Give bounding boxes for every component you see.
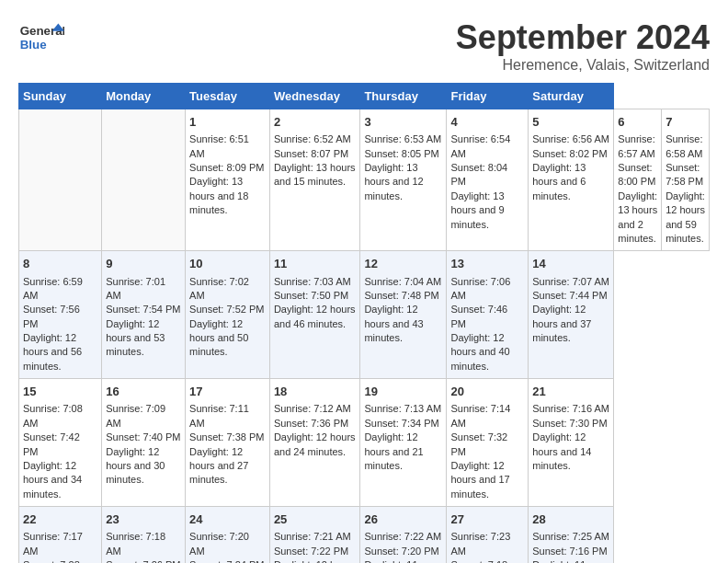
day-number: 17 (189, 384, 266, 400)
calendar-day-cell: 27Sunrise: 7:23 AMSunset: 7:18 PMDayligh… (447, 507, 529, 563)
sunset-text: Sunset: 7:38 PM (189, 431, 264, 442)
day-number: 4 (450, 114, 524, 131)
sunrise-text: Sunrise: 6:54 AM (450, 133, 510, 158)
sunrise-text: Sunrise: 7:03 AM (274, 276, 351, 287)
daylight-text: Daylight: 13 hours and 6 minutes. (532, 162, 586, 201)
calendar-day-cell: 24Sunrise: 7:20 AMSunset: 7:24 PMDayligh… (186, 507, 270, 563)
sunset-text: Sunset: 8:02 PM (532, 148, 607, 159)
day-number: 12 (364, 256, 442, 272)
month-title: September 2024 (456, 18, 710, 57)
daylight-text: Daylight: 13 hours and 18 minutes. (189, 176, 248, 215)
sunrise-text: Sunrise: 7:21 AM (274, 531, 351, 542)
calendar-day-cell: 14Sunrise: 7:07 AMSunset: 7:44 PMDayligh… (529, 251, 614, 379)
sunrise-text: Sunrise: 6:58 AM (665, 133, 702, 158)
weekday-header-thursday: Thursday (360, 84, 447, 109)
sunrise-text: Sunrise: 6:52 AM (274, 133, 351, 144)
day-number: 22 (23, 511, 97, 528)
day-number: 10 (189, 256, 266, 272)
calendar-week-row: 22Sunrise: 7:17 AMSunset: 7:28 PMDayligh… (19, 507, 710, 563)
daylight-text: Daylight: 12 hours and 56 minutes. (23, 332, 82, 372)
calendar-table: SundayMondayTuesdayWednesdayThursdayFrid… (18, 83, 710, 563)
location-subtitle: Heremence, Valais, Switzerland (456, 57, 710, 74)
calendar-day-cell: 11Sunrise: 7:03 AMSunset: 7:50 PMDayligh… (269, 251, 360, 379)
calendar-day-cell: 16Sunrise: 7:09 AMSunset: 7:40 PMDayligh… (102, 379, 186, 507)
sunset-text: Sunset: 7:42 PM (23, 431, 80, 456)
calendar-week-row: 15Sunrise: 7:08 AMSunset: 7:42 PMDayligh… (19, 379, 710, 507)
sunset-text: Sunset: 8:05 PM (364, 148, 438, 159)
calendar-day-cell: 25Sunrise: 7:21 AMSunset: 7:22 PMDayligh… (269, 507, 360, 563)
calendar-day-cell: 19Sunrise: 7:13 AMSunset: 7:34 PMDayligh… (360, 379, 447, 507)
calendar-day-cell: 20Sunrise: 7:14 AMSunset: 7:32 PMDayligh… (447, 379, 529, 507)
sunset-text: Sunset: 8:00 PM (618, 162, 655, 187)
day-number: 2 (274, 114, 357, 131)
daylight-text: Daylight: 12 hours and 46 minutes. (274, 304, 356, 328)
sunrise-text: Sunrise: 6:53 AM (364, 133, 441, 144)
day-number: 14 (532, 256, 609, 272)
sunrise-text: Sunrise: 7:09 AM (106, 403, 165, 428)
calendar-day-cell: 3Sunrise: 6:53 AMSunset: 8:05 PMDaylight… (360, 109, 447, 251)
sunrise-text: Sunrise: 7:11 AM (189, 403, 249, 428)
calendar-day-cell: 21Sunrise: 7:16 AMSunset: 7:30 PMDayligh… (529, 379, 614, 507)
sunset-text: Sunset: 7:20 PM (364, 546, 438, 557)
calendar-day-cell: 15Sunrise: 7:08 AMSunset: 7:42 PMDayligh… (19, 379, 102, 507)
sunrise-text: Sunrise: 7:08 AM (23, 403, 83, 428)
daylight-text: Daylight: 12 hours and 50 minutes. (189, 318, 248, 358)
daylight-text: Daylight: 11 hours and 51 minutes. (532, 559, 591, 563)
day-number: 9 (106, 256, 181, 272)
day-number: 25 (274, 511, 357, 528)
sunrise-text: Sunrise: 7:20 AM (189, 531, 249, 556)
calendar-day-cell: 9Sunrise: 7:01 AMSunset: 7:54 PMDaylight… (102, 251, 186, 379)
sunset-text: Sunset: 7:50 PM (274, 290, 348, 301)
sunrise-text: Sunrise: 7:04 AM (364, 276, 441, 287)
day-number: 16 (106, 384, 181, 400)
daylight-text: Daylight: 12 hours and 34 minutes. (23, 460, 82, 500)
calendar-day-cell: 2Sunrise: 6:52 AMSunset: 8:07 PMDaylight… (269, 109, 360, 251)
sunset-text: Sunset: 7:28 PM (23, 559, 80, 563)
sunrise-text: Sunrise: 6:57 AM (618, 133, 654, 158)
sunset-text: Sunset: 7:56 PM (23, 304, 80, 328)
sunset-text: Sunset: 7:34 PM (364, 418, 438, 429)
sunrise-text: Sunrise: 7:14 AM (450, 403, 510, 428)
day-number: 13 (450, 256, 524, 272)
calendar-day-cell: 22Sunrise: 7:17 AMSunset: 7:28 PMDayligh… (19, 507, 102, 563)
day-number: 24 (189, 511, 266, 528)
day-number: 18 (274, 384, 357, 400)
calendar-day-cell: 13Sunrise: 7:06 AMSunset: 7:46 PMDayligh… (447, 251, 529, 379)
calendar-day-cell: 23Sunrise: 7:18 AMSunset: 7:26 PMDayligh… (102, 507, 186, 563)
sunrise-text: Sunrise: 7:01 AM (106, 276, 165, 301)
sunset-text: Sunset: 7:36 PM (274, 418, 348, 429)
calendar-day-cell: 8Sunrise: 6:59 AMSunset: 7:56 PMDaylight… (19, 251, 102, 379)
logo: General Blue (18, 18, 68, 55)
sunrise-text: Sunrise: 7:02 AM (189, 276, 249, 301)
day-number: 26 (364, 511, 442, 528)
sunrise-text: Sunrise: 7:23 AM (450, 531, 510, 556)
calendar-empty-cell (19, 109, 102, 251)
daylight-text: Daylight: 12 hours and 59 minutes. (665, 190, 705, 244)
daylight-text: Daylight: 12 hours and 43 minutes. (364, 304, 423, 343)
weekday-header-wednesday: Wednesday (269, 84, 360, 109)
daylight-text: Daylight: 12 hours and 14 minutes. (532, 431, 591, 471)
sunrise-text: Sunrise: 7:07 AM (532, 276, 609, 287)
sunset-text: Sunset: 7:48 PM (364, 290, 438, 301)
weekday-header-friday: Friday (447, 84, 529, 109)
daylight-text: Daylight: 13 hours and 12 minutes. (364, 162, 423, 201)
sunset-text: Sunset: 7:16 PM (532, 546, 607, 557)
sunrise-text: Sunrise: 7:12 AM (274, 403, 351, 414)
day-number: 27 (450, 511, 524, 528)
sunset-text: Sunset: 7:58 PM (665, 162, 703, 187)
calendar-day-cell: 1Sunrise: 6:51 AMSunset: 8:09 PMDaylight… (186, 109, 270, 251)
daylight-text: Daylight: 11 hours and 58 minutes. (364, 559, 423, 563)
logo-icon: General Blue (18, 18, 64, 55)
calendar-day-cell: 5Sunrise: 6:56 AMSunset: 8:02 PMDaylight… (529, 109, 614, 251)
sunrise-text: Sunrise: 6:51 AM (189, 133, 249, 158)
sunrise-text: Sunrise: 7:22 AM (364, 531, 441, 542)
daylight-text: Daylight: 12 hours and 24 minutes. (274, 431, 356, 456)
calendar-day-cell: 12Sunrise: 7:04 AMSunset: 7:48 PMDayligh… (360, 251, 447, 379)
daylight-text: Daylight: 12 hours and 21 minutes. (364, 431, 423, 471)
day-number: 15 (23, 384, 97, 400)
sunset-text: Sunset: 7:26 PM (106, 559, 180, 563)
daylight-text: Daylight: 12 hours and 1 minute. (274, 559, 356, 563)
sunset-text: Sunset: 7:30 PM (532, 418, 607, 429)
calendar-day-cell: 18Sunrise: 7:12 AMSunset: 7:36 PMDayligh… (269, 379, 360, 507)
svg-text:Blue: Blue (20, 38, 47, 52)
